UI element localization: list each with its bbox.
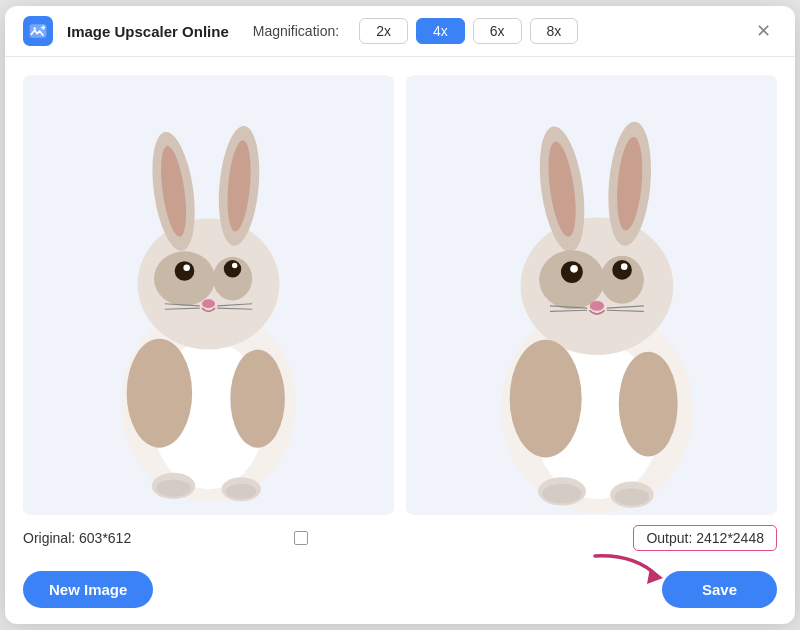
original-rabbit-image: [23, 75, 394, 515]
svg-point-26: [226, 484, 257, 499]
svg-point-13: [224, 260, 241, 277]
svg-point-40: [621, 263, 628, 270]
svg-point-51: [614, 488, 649, 505]
status-bar: Original: 603*612 Output: 2412*2448: [5, 515, 795, 561]
close-button[interactable]: ✕: [750, 20, 777, 42]
svg-point-15: [232, 263, 237, 268]
mag-8x-button[interactable]: 8x: [530, 18, 579, 44]
images-area: [5, 57, 795, 515]
bottom-bar: New Image Save: [5, 561, 795, 624]
magnification-buttons: 2x 4x 6x 8x: [359, 18, 578, 44]
mag-2x-button[interactable]: 2x: [359, 18, 408, 44]
center-divider-square: [294, 531, 308, 545]
svg-point-39: [570, 265, 578, 273]
svg-point-37: [561, 261, 583, 283]
mag-6x-button[interactable]: 6x: [473, 18, 522, 44]
svg-point-50: [542, 484, 581, 504]
svg-point-12: [175, 261, 195, 281]
svg-point-25: [156, 479, 191, 496]
new-image-button[interactable]: New Image: [23, 571, 153, 608]
app-icon: [23, 16, 53, 46]
svg-point-47: [619, 352, 678, 457]
original-image-panel: [23, 75, 394, 515]
magnification-label: Magnification:: [253, 23, 339, 39]
svg-point-14: [183, 264, 190, 271]
mag-4x-button[interactable]: 4x: [416, 18, 465, 44]
app-title: Image Upscaler Online: [67, 23, 229, 40]
svg-point-1: [33, 27, 36, 30]
svg-point-21: [127, 339, 192, 448]
save-button[interactable]: Save: [662, 571, 777, 608]
titlebar: Image Upscaler Online Magnification: 2x …: [5, 6, 795, 57]
svg-point-46: [510, 340, 582, 458]
svg-point-16: [202, 299, 215, 308]
original-dimensions-label: Original: 603*612: [23, 530, 131, 546]
upscaled-image-panel: [406, 75, 777, 515]
main-window: Image Upscaler Online Magnification: 2x …: [5, 6, 795, 624]
svg-point-22: [230, 350, 285, 448]
upscaled-rabbit-image: [406, 75, 777, 515]
svg-point-38: [612, 260, 632, 280]
svg-point-41: [590, 301, 604, 311]
